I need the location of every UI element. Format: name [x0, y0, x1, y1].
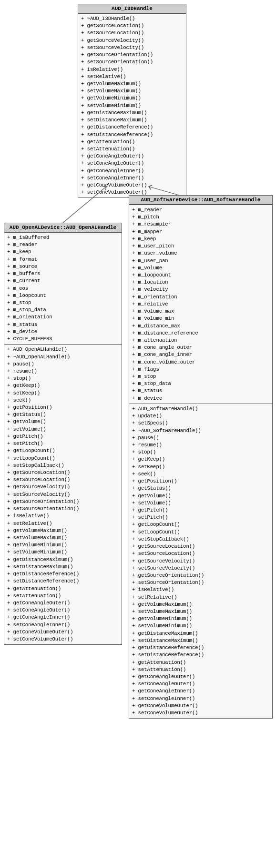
aud-i3dhandle-box: AUD_I3DHandle + ~AUD_I3DHandle() + getSo…: [78, 4, 186, 198]
diagram-container: AUD_I3DHandle + ~AUD_I3DHandle() + getSo…: [0, 0, 276, 868]
aud-i3dhandle-title: AUD_I3DHandle: [78, 4, 186, 13]
aud-softwarehandle-fields: + m_reader + m_pitch + m_resampler + m_m…: [129, 205, 272, 404]
aud-openalhandle-methods: + AUD_OpenALHandle() + ~AUD_OpenALHandle…: [4, 344, 122, 644]
aud-softwarehandle-title: AUD_SoftwareDevice::AUD_SoftwareHandle: [129, 196, 272, 205]
aud-i3dhandle-methods: + ~AUD_I3DHandle() + getSourceLocation()…: [78, 13, 186, 197]
aud-openalhandle-title: AUD_OpenALDevice::AUD_OpenALHandle: [4, 223, 122, 232]
aud-softwarehandle-methods: + AUD_SoftwareHandle() + update() + setS…: [129, 404, 272, 718]
aud-openalhandle-fields: + m_isBuffered + m_reader + m_keep + m_f…: [4, 232, 122, 344]
aud-softwarehandle-box: AUD_SoftwareDevice::AUD_SoftwareHandle +…: [129, 195, 273, 719]
aud-openalhandle-box: AUD_OpenALDevice::AUD_OpenALHandle + m_i…: [4, 223, 122, 645]
